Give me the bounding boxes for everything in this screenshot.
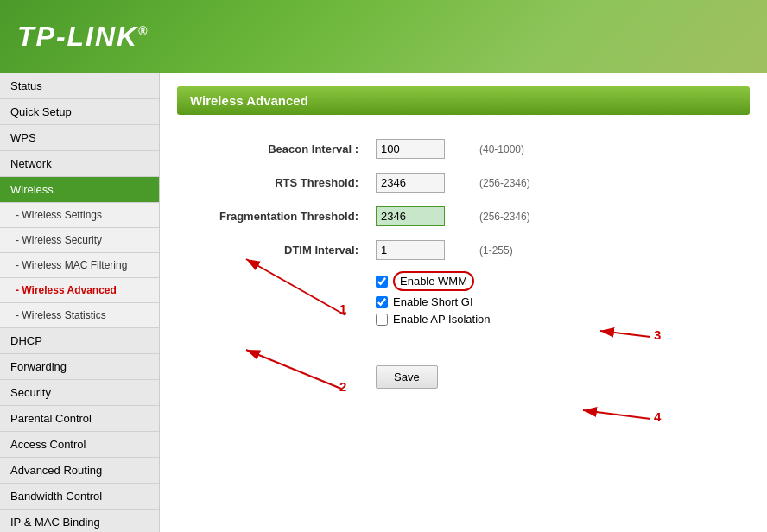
svg-text:1: 1 [339, 301, 346, 316]
checkbox-input[interactable] [376, 276, 388, 288]
checkbox-input[interactable] [376, 296, 388, 308]
sidebar-item-forwarding[interactable]: Forwarding [0, 354, 159, 380]
form-row: DTIM Interval: (1-255) [177, 233, 750, 267]
header: TP-LINK® [0, 0, 767, 73]
sidebar-item-accesscontrol[interactable]: Access Control [0, 432, 159, 458]
sidebar-item-wirelesssecurity[interactable]: - Wireless Security [0, 228, 159, 253]
logo-sup: ® [138, 24, 149, 38]
field-input-cell [367, 132, 471, 166]
field-label: DTIM Interval: [177, 233, 367, 267]
checkbox-label: Enable Short GI [393, 295, 473, 308]
sidebar-item-wirelessmacfiltering[interactable]: - Wireless MAC Filtering [0, 253, 159, 278]
svg-line-1 [246, 259, 345, 315]
checkbox-area: Enable WMMEnable Short GIEnable AP Isola… [376, 271, 750, 326]
field-input[interactable] [376, 240, 445, 260]
main-layout: StatusQuick SetupWPSNetworkWireless- Wir… [0, 73, 767, 532]
form-row: Fragmentation Threshold: (256-2346) [177, 200, 750, 233]
sidebar-item-security[interactable]: Security [0, 380, 159, 406]
sidebar-item-wps[interactable]: WPS [0, 125, 159, 151]
form-row: RTS Threshold: (256-2346) [177, 166, 750, 200]
logo-text: TP-LINK [17, 21, 138, 52]
form-row: Beacon Interval : (40-1000) [177, 132, 750, 166]
svg-text:3: 3 [654, 327, 661, 342]
field-input[interactable] [376, 139, 445, 159]
checkbox-label: Enable WMM [393, 271, 474, 291]
svg-line-4 [583, 410, 650, 419]
sidebar-item-status[interactable]: Status [0, 73, 159, 99]
save-button[interactable]: Save [376, 365, 438, 389]
sidebar-item-wirelessstatistics[interactable]: - Wireless Statistics [0, 303, 159, 328]
sidebar: StatusQuick SetupWPSNetworkWireless- Wir… [0, 73, 160, 532]
field-label: RTS Threshold: [177, 166, 367, 200]
checkbox-row: Enable WMM [376, 271, 750, 291]
field-hint: (40-1000) [471, 132, 750, 166]
settings-form: Beacon Interval : (40-1000) RTS Threshol… [177, 132, 750, 267]
save-area: Save [376, 352, 750, 389]
field-input[interactable] [376, 173, 445, 193]
sidebar-item-network[interactable]: Network [0, 151, 159, 177]
checkbox-row: Enable Short GI [376, 295, 750, 308]
sidebar-item-wirelesssettings[interactable]: - Wireless Settings [0, 203, 159, 228]
checkbox-row: Enable AP Isolation [376, 313, 750, 326]
checkbox-input[interactable] [376, 314, 388, 326]
sidebar-item-bandwidthcontrol[interactable]: Bandwidth Control [0, 484, 159, 510]
checkbox-label: Enable AP Isolation [393, 313, 491, 326]
field-hint: (256-2346) [471, 200, 750, 233]
field-input-cell [367, 233, 471, 267]
svg-line-3 [600, 331, 650, 337]
sidebar-item-quicksetup[interactable]: Quick Setup [0, 99, 159, 125]
field-input[interactable] [376, 206, 445, 226]
content-area: Wireless Advanced Beacon Interval : (40-… [160, 73, 767, 532]
svg-text:2: 2 [339, 379, 346, 394]
sidebar-item-wireless[interactable]: Wireless [0, 177, 159, 203]
sidebar-item-dhcp[interactable]: DHCP [0, 328, 159, 354]
field-hint: (256-2346) [471, 166, 750, 200]
field-hint: (1-255) [471, 233, 750, 267]
field-input-cell [367, 200, 471, 233]
field-label: Fragmentation Threshold: [177, 200, 367, 233]
svg-text:4: 4 [654, 409, 662, 424]
sidebar-item-parentalcontrol[interactable]: Parental Control [0, 406, 159, 432]
page-title: Wireless Advanced [177, 86, 750, 115]
svg-line-2 [246, 350, 341, 389]
sidebar-item-advancedrouting[interactable]: Advanced Routing [0, 458, 159, 484]
logo: TP-LINK® [17, 21, 149, 53]
sidebar-item-ip&macbinding[interactable]: IP & MAC Binding [0, 510, 159, 532]
sidebar-item-wirelessadvanced[interactable]: - Wireless Advanced [0, 278, 159, 303]
field-input-cell [367, 166, 471, 200]
field-label: Beacon Interval : [177, 132, 367, 166]
